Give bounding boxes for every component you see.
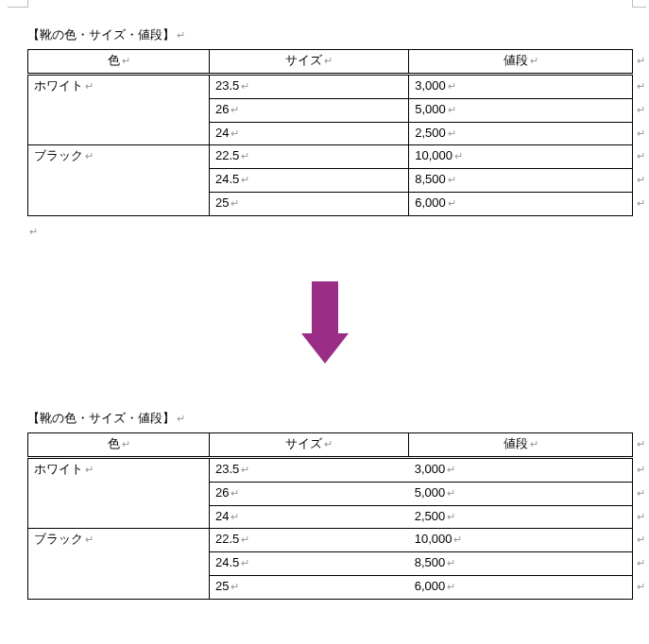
return-glyph: ↵: [241, 464, 249, 475]
return-glyph: ↵: [231, 104, 239, 115]
row-end-glyph: ↵: [637, 533, 645, 548]
return-glyph: ↵: [177, 29, 185, 41]
return-glyph: ↵: [447, 581, 455, 592]
return-glyph: ↵: [448, 174, 456, 185]
table-header-row: 色↵ サイズ↵ 値段↵↵: [28, 50, 633, 75]
return-glyph: ↵: [231, 487, 239, 499]
cell-price-text: 10,000: [415, 148, 453, 162]
section-title-text: 【靴の色・サイズ・値段】: [27, 27, 175, 42]
row-end-glyph: ↵: [637, 127, 645, 142]
return-glyph: ↵: [241, 150, 249, 161]
cell-price-text: 6,000: [415, 195, 446, 210]
header-color: 色↵: [28, 433, 210, 458]
header-size: サイズ↵: [210, 50, 409, 75]
table-header-row: 色↵ サイズ↵ 値段↵↵: [28, 433, 633, 458]
return-glyph: ↵: [122, 55, 130, 66]
cell-size: 25↵: [210, 576, 409, 600]
row-end-glyph: ↵: [637, 486, 645, 501]
cell-size-text: 22.5: [215, 532, 239, 546]
return-glyph: ↵: [85, 150, 94, 161]
section-title: 【靴の色・サイズ・値段】↵: [27, 410, 633, 427]
header-price: 値段↵↵: [409, 433, 633, 458]
return-glyph: ↵: [241, 80, 249, 92]
cell-price-text: 5,000: [415, 102, 446, 116]
cell-color: ホワイト↵: [28, 457, 210, 529]
cell-price: 10,000↵↵: [409, 145, 633, 169]
return-glyph: ↵: [454, 150, 463, 161]
header-color-text: 色: [108, 436, 120, 450]
section-title-text: 【靴の色・サイズ・値段】: [27, 411, 175, 425]
cell-price: 5,000↵↵: [409, 482, 633, 505]
cell-price: 8,500↵↵: [409, 169, 633, 193]
return-glyph: ↵: [85, 80, 94, 92]
shoe-table-after: 色↵ サイズ↵ 値段↵↵ ホワイト↵23.5↵3,000↵↵26↵5,000↵↵…: [27, 432, 633, 600]
row-end-glyph: ↵: [637, 103, 645, 118]
cell-size: 26↵: [210, 482, 409, 505]
return-glyph: ↵: [231, 127, 239, 139]
cell-size: 23.5↵: [210, 457, 409, 482]
transform-arrow-wrap: [0, 281, 649, 366]
return-glyph: ↵: [324, 55, 333, 66]
cell-color: ホワイト↵: [28, 74, 210, 145]
cell-size: 24↵: [210, 505, 409, 529]
cell-size-text: 25: [215, 195, 229, 210]
cell-price: 6,000↵↵: [409, 193, 633, 216]
cell-price: 5,000↵↵: [409, 98, 633, 122]
table-row: ホワイト↵23.5↵3,000↵↵: [28, 457, 633, 482]
cell-price: 2,500↵↵: [409, 505, 633, 529]
return-glyph: ↵: [448, 80, 456, 92]
cell-size: 22.5↵: [210, 529, 409, 552]
section-title: 【靴の色・サイズ・値段】↵: [27, 26, 633, 43]
header-size-text: サイズ: [285, 53, 322, 67]
cell-size-text: 24: [215, 126, 229, 140]
header-color: 色↵: [28, 50, 210, 75]
cell-price-text: 10,000: [415, 532, 453, 546]
cell-size-text: 24.5: [215, 555, 239, 569]
row-end-glyph: ↵: [637, 556, 645, 571]
return-glyph: ↵: [85, 464, 94, 475]
cell-color: ブラック↵: [28, 145, 210, 216]
return-glyph: ↵: [177, 413, 185, 424]
return-glyph: ↵: [241, 557, 249, 568]
row-end-glyph: ↵: [637, 510, 645, 525]
cell-price: 3,000↵↵: [409, 74, 633, 98]
table-body: ホワイト↵23.5↵3,000↵↵26↵5,000↵↵24↵2,500↵↵ブラッ…: [28, 74, 633, 215]
return-glyph: ↵: [231, 197, 239, 209]
row-end-glyph: ↵: [637, 54, 645, 69]
document-canvas: 【靴の色・サイズ・値段】↵ 色↵ サイズ↵ 値段↵↵ ホワイト↵23.5↵3,0…: [0, 0, 649, 644]
return-glyph: ↵: [241, 174, 249, 185]
return-glyph: ↵: [241, 534, 249, 545]
cell-size: 24↵: [210, 122, 409, 145]
paragraph-mark: ↵: [29, 226, 633, 238]
return-glyph: ↵: [29, 226, 38, 237]
row-end-glyph: ↵: [637, 580, 645, 595]
cell-price-text: 2,500: [415, 126, 446, 140]
cell-size-text: 26: [215, 485, 229, 500]
return-glyph: ↵: [447, 511, 455, 522]
cell-size: 24.5↵: [210, 169, 409, 193]
row-end-glyph: ↵: [637, 463, 645, 478]
cell-color-text: ブラック: [34, 532, 83, 546]
cell-size-text: 24.5: [215, 172, 239, 186]
down-arrow-icon: [301, 281, 349, 366]
cell-size: 25↵: [210, 193, 409, 216]
cell-price-text: 3,000: [415, 462, 446, 476]
table-row: ブラック↵22.5↵10,000↵↵: [28, 529, 633, 552]
cell-price-text: 5,000: [415, 485, 446, 500]
table-row: ホワイト↵23.5↵3,000↵↵: [28, 74, 633, 98]
row-end-glyph: ↵: [637, 149, 645, 164]
cell-price: 10,000↵↵: [409, 529, 633, 552]
cell-price-text: 3,000: [415, 78, 446, 93]
header-color-text: 色: [108, 53, 120, 67]
cell-price: 3,000↵↵: [409, 457, 633, 482]
return-glyph: ↵: [448, 104, 456, 115]
cell-size-text: 22.5: [215, 148, 239, 162]
return-glyph: ↵: [447, 464, 455, 475]
cell-size: 23.5↵: [210, 74, 409, 98]
return-glyph: ↵: [231, 511, 239, 522]
cell-price: 8,500↵↵: [409, 552, 633, 576]
return-glyph: ↵: [122, 438, 130, 449]
cell-price-text: 6,000: [415, 579, 446, 593]
row-end-glyph: ↵: [637, 79, 645, 94]
cell-color-text: ブラック: [34, 148, 83, 162]
